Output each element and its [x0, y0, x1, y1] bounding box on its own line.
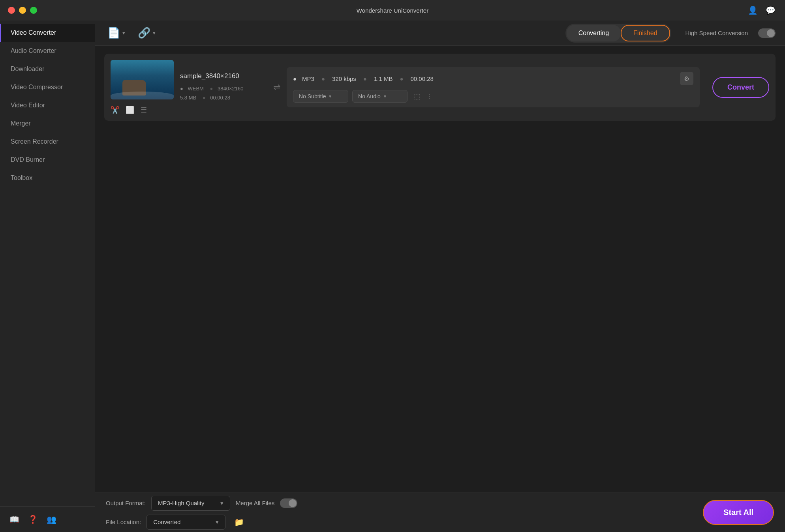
sidebar-item-toolbox[interactable]: Toolbox — [0, 169, 95, 187]
titlebar: Wondershare UniConverter 👤 💬 — [0, 0, 785, 21]
output-top: ● MP3 ● 320 kbps ● 1.1 MB ● 00:00:28 ⚙ — [293, 72, 693, 85]
users-icon[interactable]: 👥 — [47, 515, 56, 524]
toolbar: 📄 ▾ 🔗 ▾ Converting Finished High Speed C… — [95, 21, 785, 46]
file-card: ✂️ ⬜ ☰ sample_3840×2160 ● WEBM ● 3840×21… — [104, 54, 776, 121]
sidebar-item-video-converter[interactable]: Video Converter — [0, 24, 95, 42]
content-area: 📄 ▾ 🔗 ▾ Converting Finished High Speed C… — [95, 21, 785, 532]
tab-finished[interactable]: Finished — [621, 25, 670, 41]
file-location-select[interactable]: Converted ▾ — [146, 515, 225, 530]
source-format-value: WEBM — [188, 86, 203, 92]
output-duration: 00:00:28 — [411, 75, 434, 82]
file-source-meta: ● WEBM ● 3840×2160 5.8 MB ● 00:00:28 — [180, 84, 267, 103]
subtitle-chevron-icon: ▾ — [329, 94, 331, 99]
source-size: 5.8 MB — [180, 95, 196, 101]
add-url-button[interactable]: 🔗 ▾ — [135, 24, 159, 41]
hsc-toggle[interactable] — [758, 28, 776, 38]
sidebar-item-merger[interactable]: Merger — [0, 114, 95, 133]
merge-label: Merge All Files — [236, 500, 274, 506]
file-location-label: File Location: — [106, 519, 141, 525]
add-file-icon: 📄 — [107, 27, 120, 39]
output-format-field: Output Format: MP3-High Quality ▾ Merge … — [106, 496, 389, 511]
output-format-chevron-icon: ▾ — [220, 500, 223, 507]
file-location-field: File Location: Converted ▾ 📁 — [106, 515, 389, 530]
audio-select[interactable]: No Audio ▾ — [352, 90, 408, 103]
audio-chevron-icon: ▾ — [384, 94, 386, 99]
merge-toggle[interactable] — [280, 498, 297, 508]
file-name: sample_3840×2160 — [180, 72, 267, 80]
info-icon: ⋮ — [426, 93, 432, 100]
add-file-arrow-icon: ▾ — [122, 30, 125, 36]
source-format: ● — [180, 86, 183, 92]
maximize-button[interactable] — [30, 7, 37, 14]
dot4: ● — [363, 75, 367, 82]
file-location-chevron-icon: ▾ — [216, 519, 219, 526]
tab-group: Converting Finished — [565, 24, 671, 43]
file-info: sample_3840×2160 ● WEBM ● 3840×2160 5.8 … — [180, 72, 267, 103]
hsc-label: High Speed Conversion — [685, 30, 748, 36]
main-layout: Video Converter Audio Converter Download… — [0, 21, 785, 532]
settings-button[interactable]: ⚙ — [680, 72, 693, 85]
dot3: ● — [321, 75, 325, 82]
subtitle-value: No Subtitle — [299, 93, 326, 99]
subtitle-select[interactable]: No Subtitle ▾ — [293, 90, 348, 103]
thumbnail-wave — [111, 92, 174, 99]
sidebar-item-video-compressor[interactable]: Video Compressor — [0, 78, 95, 96]
account-icon[interactable]: 👤 — [748, 6, 758, 15]
dot-output: ● — [293, 75, 297, 82]
sidebar: Video Converter Audio Converter Download… — [0, 21, 95, 532]
bottom-rows: Output Format: MP3-High Quality ▾ Merge … — [106, 496, 389, 530]
sidebar-bottom: 📖 ❓ 👥 — [0, 506, 95, 532]
chat-icon[interactable]: 💬 — [766, 6, 776, 15]
add-file-button[interactable]: 📄 ▾ — [104, 24, 128, 41]
book-icon[interactable]: 📖 — [9, 515, 19, 524]
source-resolution: 3840×2160 — [218, 86, 243, 92]
output-settings: ● MP3 ● 320 kbps ● 1.1 MB ● 00:00:28 ⚙ N… — [287, 67, 700, 107]
thumbnail-bg — [111, 60, 174, 99]
output-format-label: Output Format: — [106, 500, 146, 506]
output-format: MP3 — [302, 75, 314, 82]
output-format-value: MP3-High Quality — [158, 500, 205, 506]
bottom-bar: Output Format: MP3-High Quality ▾ Merge … — [95, 493, 785, 532]
convert-button[interactable]: Convert — [712, 77, 769, 98]
effects-icon[interactable]: ☰ — [141, 106, 147, 114]
audio-value: No Audio — [358, 93, 381, 99]
sidebar-item-dvd-burner[interactable]: DVD Burner — [0, 151, 95, 169]
output-size: 1.1 MB — [374, 75, 393, 82]
window-controls — [8, 7, 37, 14]
add-url-arrow-icon: ▾ — [153, 30, 156, 36]
dot2: ● — [203, 95, 206, 101]
file-thumbnail — [111, 60, 174, 99]
output-bitrate: 320 kbps — [332, 75, 356, 82]
help-icon[interactable]: ❓ — [28, 515, 38, 524]
file-area: ✂️ ⬜ ☰ sample_3840×2160 ● WEBM ● 3840×21… — [95, 46, 785, 493]
dot1: ● — [210, 86, 213, 92]
sidebar-item-video-editor[interactable]: Video Editor — [0, 96, 95, 114]
file-location-value: Converted — [153, 519, 180, 525]
caption-icon: ⬚ — [414, 92, 421, 101]
convert-arrow-icon: ⇌ — [273, 82, 280, 92]
sidebar-item-audio-converter[interactable]: Audio Converter — [0, 42, 95, 60]
dot5: ● — [400, 75, 403, 82]
trim-icon[interactable]: ✂️ — [111, 106, 119, 114]
add-url-icon: 🔗 — [138, 27, 150, 39]
crop-icon[interactable]: ⬜ — [126, 106, 134, 114]
browse-folder-button[interactable]: 📁 — [234, 517, 244, 527]
output-bottom: No Subtitle ▾ No Audio ▾ ⬚ ⋮ — [293, 90, 693, 103]
close-button[interactable] — [8, 7, 15, 14]
sidebar-item-screen-recorder[interactable]: Screen Recorder — [0, 133, 95, 151]
source-duration: 00:00:28 — [210, 95, 230, 101]
sidebar-item-downloader[interactable]: Downloader — [0, 60, 95, 78]
app-title: Wondershare UniConverter — [357, 7, 428, 14]
file-edit-tools: ✂️ ⬜ ☰ — [111, 106, 174, 114]
titlebar-actions: 👤 💬 — [748, 6, 776, 15]
start-all-button[interactable]: Start All — [703, 500, 774, 525]
output-format-select[interactable]: MP3-High Quality ▾ — [151, 496, 230, 511]
tab-converting[interactable]: Converting — [567, 25, 621, 41]
minimize-button[interactable] — [19, 7, 26, 14]
